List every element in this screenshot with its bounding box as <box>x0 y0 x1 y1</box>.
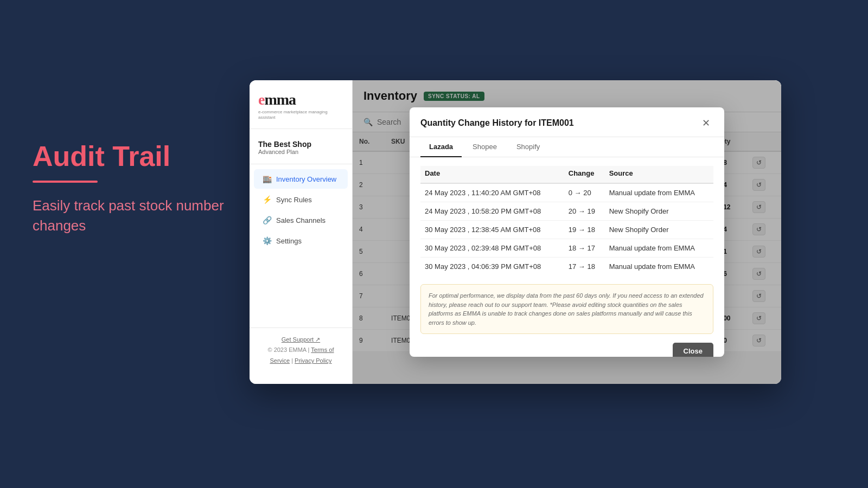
sidebar-footer: Get Support ↗ © 2023 EMMA | Terms of Ser… <box>250 328 352 373</box>
settings-icon: ⚙️ <box>263 236 272 245</box>
history-col-change: Change <box>564 166 605 183</box>
sidebar-item-channels-label: Sales Channels <box>276 216 326 224</box>
history-row: 30 May 2023 , 04:06:39 PM GMT+08 17 → 18… <box>420 258 713 276</box>
shop-info: The Best Shop Advanced Plan <box>250 136 352 164</box>
history-source: Manual update from EMMA <box>605 258 713 276</box>
history-row: 24 May 2023 , 11:40:20 AM GMT+08 0 → 20 … <box>420 183 713 202</box>
sync-icon: ⚡ <box>263 195 272 204</box>
main-content: Inventory SYNC STATUS: AL 🔍 No. SKU Prod… <box>353 80 781 384</box>
hero-subtitle: Easily track past stock number changes <box>33 196 260 235</box>
emma-logo-text: emma <box>258 91 343 108</box>
sidebar-item-sync[interactable]: ⚡ Sync Rules <box>254 190 348 209</box>
sidebar-item-sync-label: Sync Rules <box>276 196 312 204</box>
history-col-source: Source <box>605 166 713 183</box>
sidebar-item-settings-label: Settings <box>276 237 302 245</box>
history-col-date: Date <box>420 166 564 183</box>
history-row: 30 May 2023 , 02:39:48 PM GMT+08 18 → 17… <box>420 239 713 258</box>
tab-lazada[interactable]: Lazada <box>420 137 462 157</box>
modal-close-button[interactable]: ✕ <box>699 117 713 129</box>
sidebar-item-inventory[interactable]: 🏬 Inventory Overview <box>254 169 348 189</box>
tab-shopify[interactable]: Shopify <box>508 137 548 157</box>
shop-plan: Advanced Plan <box>258 149 343 155</box>
inventory-icon: 🏬 <box>263 175 272 183</box>
history-source: Manual update from EMMA <box>605 183 713 202</box>
modal-notice: For optimal performance, we display data… <box>420 284 713 334</box>
sidebar: emma e-commerce marketplace managing ass… <box>250 80 353 384</box>
history-date: 30 May 2023 , 12:38:45 AM GMT+08 <box>420 221 564 239</box>
sidebar-item-inventory-label: Inventory Overview <box>276 175 336 183</box>
history-source: New Shopify Order <box>605 202 713 221</box>
hero-underline <box>33 181 98 183</box>
history-row: 30 May 2023 , 12:38:45 AM GMT+08 19 → 18… <box>420 221 713 239</box>
history-date: 24 May 2023 , 10:58:20 PM GMT+08 <box>420 202 564 221</box>
modal-footer: Close <box>410 343 724 357</box>
copyright-text: © 2023 EMMA <box>267 346 306 353</box>
modal-title: Quantity Change History for ITEM001 <box>420 118 574 128</box>
hero-area: Audit Trail Easily track past stock numb… <box>33 141 260 235</box>
modal-body: Date Change Source 24 May 2023 , 11:40:2… <box>410 157 724 284</box>
history-change: 17 → 18 <box>564 258 605 276</box>
app-window: emma e-commerce marketplace managing ass… <box>250 80 781 384</box>
history-change: 0 → 20 <box>564 183 605 202</box>
history-change: 20 → 19 <box>564 202 605 221</box>
sidebar-logo: emma e-commerce marketplace managing ass… <box>250 91 352 129</box>
history-change: 18 → 17 <box>564 239 605 258</box>
history-date: 24 May 2023 , 11:40:20 AM GMT+08 <box>420 183 564 202</box>
history-source: New Shopify Order <box>605 221 713 239</box>
privacy-link[interactable]: Privacy Policy <box>295 357 331 364</box>
hero-title: Audit Trail <box>33 141 260 172</box>
get-support-link[interactable]: Get Support ↗ <box>282 336 320 343</box>
sidebar-item-settings[interactable]: ⚙️ Settings <box>254 231 348 251</box>
shop-name: The Best Shop <box>258 140 343 149</box>
history-table: Date Change Source 24 May 2023 , 11:40:2… <box>420 166 713 275</box>
history-date: 30 May 2023 , 04:06:39 PM GMT+08 <box>420 258 564 276</box>
logo-tagline: e-commerce marketplace managing assistan… <box>258 110 343 120</box>
modal-close-button-footer[interactable]: Close <box>673 343 713 357</box>
tab-shopee[interactable]: Shopee <box>464 137 506 157</box>
channels-icon: 🔗 <box>263 216 272 224</box>
modal-header: Quantity Change History for ITEM001 ✕ <box>410 107 724 137</box>
history-row: 24 May 2023 , 10:58:20 PM GMT+08 20 → 19… <box>420 202 713 221</box>
history-date: 30 May 2023 , 02:39:48 PM GMT+08 <box>420 239 564 258</box>
history-change: 19 → 18 <box>564 221 605 239</box>
modal-overlay: Quantity Change History for ITEM001 ✕ La… <box>353 80 781 384</box>
history-source: Manual update from EMMA <box>605 239 713 258</box>
modal-tabs: Lazada Shopee Shopify <box>410 137 724 157</box>
modal-dialog: Quantity Change History for ITEM001 ✕ La… <box>410 107 724 357</box>
sidebar-item-channels[interactable]: 🔗 Sales Channels <box>254 210 348 230</box>
